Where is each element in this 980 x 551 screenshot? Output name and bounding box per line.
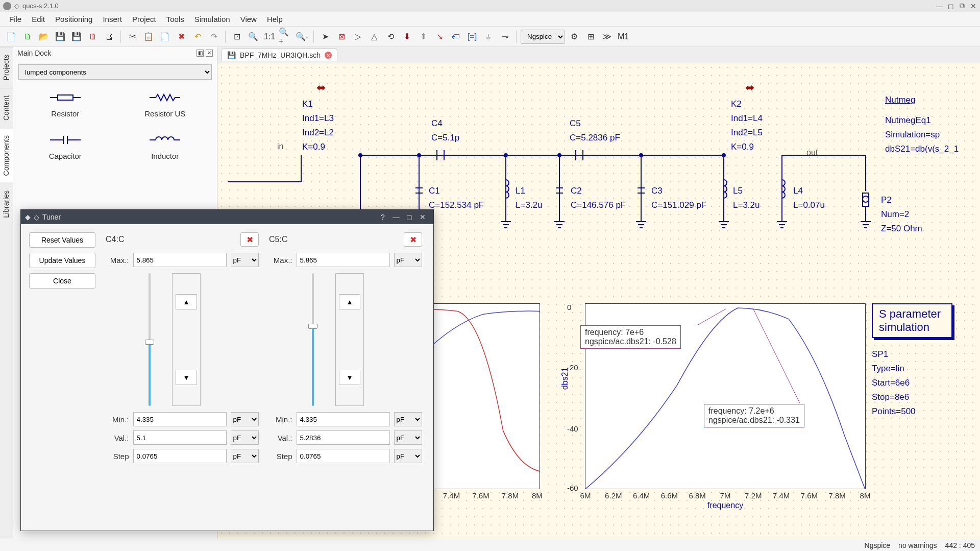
remove-param-button[interactable]: ✖ [404, 232, 422, 247]
label-icon[interactable]: 🏷 [449, 30, 463, 44]
reset-values-button[interactable]: Reset Values [29, 232, 95, 248]
paste-icon[interactable]: 📄 [158, 30, 172, 44]
dock-close-icon[interactable]: ✕ [206, 50, 213, 57]
tuner-help-icon[interactable]: ? [376, 211, 389, 223]
redo-icon[interactable]: ↷ [207, 30, 221, 44]
min-input[interactable] [297, 412, 390, 426]
simulation-block[interactable]: S parameter simulation [872, 303, 952, 338]
copy-icon[interactable]: 📋 [141, 30, 156, 44]
wire-icon[interactable]: ↘ [432, 30, 447, 44]
port-icon[interactable]: ⊸ [498, 30, 512, 44]
menu-help[interactable]: Help [262, 13, 288, 26]
step-input[interactable] [133, 449, 227, 463]
menu-tools[interactable]: Tools [161, 13, 189, 26]
step-down-button[interactable]: ▼ [339, 370, 360, 385]
val-unit-select[interactable]: pF [231, 430, 259, 445]
restore-button[interactable]: ⧉ [959, 3, 966, 10]
step-unit-select[interactable]: pF [394, 449, 422, 463]
component-resistor-us[interactable]: Resistor US [118, 86, 212, 122]
simulator-select[interactable]: Ngspice [521, 30, 565, 44]
tab-close-icon[interactable]: ✕ [325, 52, 332, 59]
marker-1[interactable]: frequency: 7e+6 ngspice/ac.dbs21: -0.528 [580, 325, 681, 349]
rotate-icon[interactable]: ⟲ [383, 30, 398, 44]
plot-right[interactable]: dbs21 frequency 0 -20 -40 -60 6M 6.2M 6.… [585, 303, 866, 489]
mirror-y-icon[interactable]: ▷ [351, 30, 365, 44]
marker-2[interactable]: frequency: 7.2e+6 ngspice/ac.dbs21: -0.3… [704, 404, 804, 427]
menu-file[interactable]: File [4, 13, 27, 26]
value-slider[interactable] [298, 273, 328, 406]
new-doc-icon[interactable]: 🗎 [20, 30, 35, 44]
zoom-fit-icon[interactable]: ⊡ [230, 30, 244, 44]
step-unit-select[interactable]: pF [231, 449, 259, 463]
minimize-button[interactable]: — [936, 3, 943, 10]
window-restore-icon[interactable]: ◇ [14, 2, 19, 10]
val-input[interactable] [133, 430, 227, 445]
category-select[interactable]: lumped components [18, 64, 212, 80]
new-icon[interactable]: 📄 [4, 30, 18, 44]
val-input[interactable] [297, 430, 390, 445]
tuner-restore-icon[interactable]: ◇ [34, 213, 39, 221]
save-icon[interactable]: 💾 [53, 30, 67, 44]
deactivate-icon[interactable]: ⊠ [334, 30, 349, 44]
plot-left[interactable]: 2M 7.4M 7.6M 7.8M 8M [422, 303, 540, 489]
component-inductor[interactable]: Inductor [118, 128, 212, 164]
move-up-icon[interactable]: ⬆ [416, 30, 430, 44]
tuner-maximize-icon[interactable]: ◻ [403, 211, 416, 223]
step-input[interactable] [297, 449, 390, 463]
zoom-out-icon[interactable]: 🔍- [295, 30, 309, 44]
zoom-sel-icon[interactable]: 🔍 [246, 30, 260, 44]
marker-icon[interactable]: M1 [616, 30, 630, 44]
tab-projects[interactable]: Projects [0, 47, 13, 88]
open-icon[interactable]: 📂 [37, 30, 51, 44]
step-up-button[interactable]: ▲ [339, 294, 360, 309]
component-resistor[interactable]: Resistor [18, 86, 112, 122]
ground-icon[interactable]: ⏚ [481, 30, 496, 44]
tuner-close-icon[interactable]: ✕ [416, 211, 429, 223]
close-tuner-button[interactable]: Close [29, 273, 95, 289]
print-icon[interactable]: 🖨 [102, 30, 116, 44]
maximize-button[interactable]: ◻ [947, 3, 954, 10]
step-down-button[interactable]: ▼ [176, 370, 197, 385]
menu-insert[interactable]: Insert [97, 13, 127, 26]
tab-content[interactable]: Content [0, 88, 13, 128]
max-unit-select[interactable]: pF [394, 253, 422, 267]
min-unit-select[interactable]: pF [394, 412, 422, 426]
max-input[interactable] [297, 253, 390, 267]
zoom-reset-icon[interactable]: 1:1 [262, 30, 277, 44]
tuner-minimize-icon[interactable]: — [389, 211, 403, 223]
dock-float-icon[interactable]: ◧ [197, 50, 204, 57]
schematic-tab[interactable]: 💾 BPF_7MHz_UR3IQH.sch ✕ [222, 49, 337, 61]
max-unit-select[interactable]: pF [231, 253, 259, 267]
tab-components[interactable]: Components [0, 128, 13, 183]
menu-positioning[interactable]: Positioning [50, 13, 97, 26]
zoom-in-icon[interactable]: 🔍+ [279, 30, 293, 44]
menu-simulation[interactable]: Simulation [189, 13, 235, 26]
delete-icon[interactable]: ✖ [174, 30, 188, 44]
menu-view[interactable]: View [235, 13, 262, 26]
simulate-icon[interactable]: ≫ [600, 30, 614, 44]
move-down-icon[interactable]: ⬇ [400, 30, 414, 44]
tuner-titlebar[interactable]: ◆ ◇ Tuner ? — ◻ ✕ [21, 210, 433, 224]
menu-project[interactable]: Project [127, 13, 161, 26]
undo-icon[interactable]: ↶ [190, 30, 205, 44]
mirror-x-icon[interactable]: △ [367, 30, 381, 44]
update-values-button[interactable]: Update Values [29, 253, 95, 268]
tab-libraries[interactable]: Libraries [0, 183, 13, 225]
remove-param-button[interactable]: ✖ [240, 232, 259, 247]
step-up-button[interactable]: ▲ [176, 294, 197, 309]
menu-edit[interactable]: Edit [27, 13, 50, 26]
delete-doc-icon[interactable]: 🗎 [86, 30, 100, 44]
equation-icon[interactable]: [=] [465, 30, 479, 44]
min-unit-select[interactable]: pF [231, 412, 259, 426]
gear-icon[interactable]: ⚙ [567, 30, 581, 44]
close-button[interactable]: ✕ [970, 3, 977, 10]
cut-icon[interactable]: ✂ [125, 30, 139, 44]
component-capacitor[interactable]: Capacitor [18, 128, 112, 164]
tune-icon[interactable]: ⊞ [583, 30, 598, 44]
min-input[interactable] [133, 412, 227, 426]
value-slider[interactable] [134, 273, 165, 406]
val-unit-select[interactable]: pF [394, 430, 422, 445]
save-all-icon[interactable]: 💾 [69, 30, 84, 44]
max-input[interactable] [133, 253, 227, 267]
pointer-icon[interactable]: ➤ [318, 30, 332, 44]
